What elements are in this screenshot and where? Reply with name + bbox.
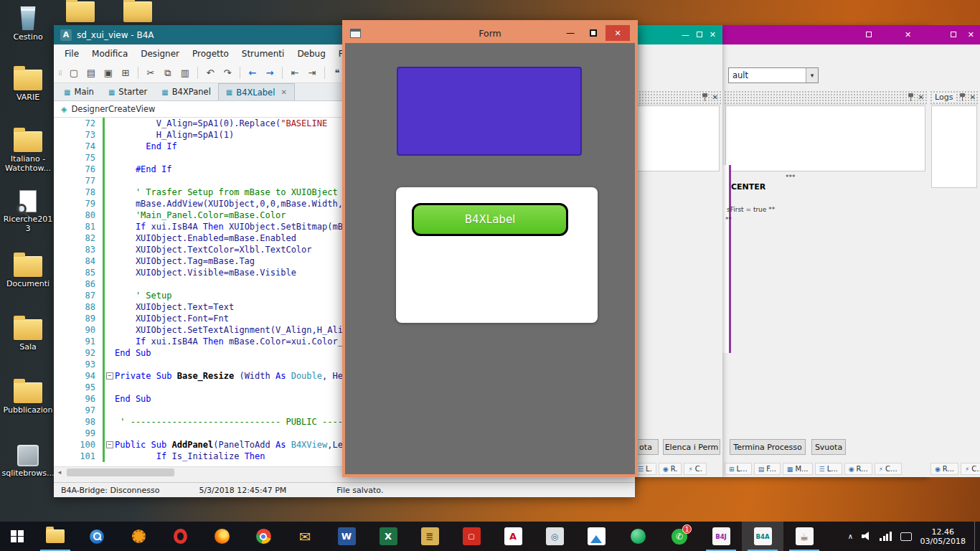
copy-icon[interactable]: ⧉	[160, 67, 176, 79]
maximize-button[interactable]	[583, 25, 604, 41]
tab-b4xpanel[interactable]: ▦B4XPanel	[154, 83, 218, 100]
magenta-titlebar[interactable]: ✕	[722, 25, 928, 44]
dock-tab[interactable]: ◉R...	[844, 463, 872, 475]
default-combobox[interactable]: ault ▾	[728, 67, 819, 83]
dropdown-arrow-icon[interactable]: ▾	[806, 68, 818, 83]
open-icon[interactable]: ▤	[83, 67, 99, 78]
firefox-browser[interactable]	[201, 522, 242, 551]
desktop-icon-pubblicazioni[interactable]: Pubblicazion	[1, 377, 55, 415]
teal-window[interactable]: — ✕ ✕ otaElenca i Perm ☰L.◉R.⚡C.	[631, 25, 722, 477]
keyboard-tray-icon[interactable]	[900, 532, 912, 541]
desktop-icon-documenti[interactable]: Documenti	[1, 251, 55, 288]
close-panel-icon[interactable]: ✕	[712, 93, 718, 101]
dock-tab[interactable]: ▦M...	[783, 463, 813, 475]
chrome-browser[interactable]	[242, 522, 284, 551]
clock[interactable]: 12.46 03/05/2018	[920, 527, 966, 546]
desktop-icon-cestino[interactable]: Cestino	[1, 4, 55, 42]
save-icon[interactable]: ▣	[100, 67, 116, 78]
forward-icon[interactable]: →	[262, 67, 278, 78]
save-all-icon[interactable]: ⊞	[118, 67, 133, 78]
logs-panel-header[interactable]: Logs ✕	[930, 90, 979, 105]
magenta-button-2[interactable]: Svuota	[811, 439, 846, 455]
dock-tab[interactable]: ⊞L...	[725, 463, 752, 475]
form-titlebar[interactable]: Form — ✕	[345, 23, 635, 43]
whatsapp[interactable]: ✆1	[659, 522, 700, 551]
logs-titlebar[interactable]: ✕	[928, 25, 980, 44]
volume-icon[interactable]	[862, 532, 871, 541]
close-button[interactable]: ✕	[606, 25, 630, 41]
paste-icon[interactable]: ▥	[177, 67, 193, 78]
start-button[interactable]	[0, 522, 34, 551]
purple-panel[interactable]	[397, 67, 582, 156]
scroll-left-icon[interactable]: ◂	[54, 467, 65, 478]
undo-icon[interactable]: ↶	[202, 67, 218, 78]
acrobat-reader[interactable]: A	[492, 522, 534, 551]
red-app[interactable]: ▢	[451, 522, 492, 551]
logs-window[interactable]: ✕ Logs ✕ ◉R...⚡C...	[928, 25, 980, 477]
menu-modifica[interactable]: Modifica	[85, 46, 134, 62]
desktop-folder-1[interactable]	[66, 1, 95, 22]
close-icon[interactable]: ✕	[968, 31, 974, 39]
fold-toggle-icon[interactable]: −	[106, 372, 113, 380]
b4xlabel-button[interactable]: B4XLabel	[412, 203, 568, 236]
form-window[interactable]: Form — ✕ B4XLabel	[342, 20, 638, 477]
search-app[interactable]	[76, 522, 118, 551]
cut-icon[interactable]: ✂	[143, 67, 159, 78]
opera-browser[interactable]	[159, 522, 201, 551]
outdent-icon[interactable]: ⇤	[287, 67, 303, 78]
network-icon[interactable]	[880, 532, 892, 541]
dock-tab[interactable]: ◉R.	[659, 463, 682, 475]
back-icon[interactable]: ←	[245, 67, 260, 78]
tab-starter[interactable]: ▦Starter	[101, 83, 154, 100]
desktop-icon-ricerche2013[interactable]: Ricerche2013	[1, 187, 55, 233]
dock-tab[interactable]: ☰L...	[815, 463, 842, 475]
maximize-icon[interactable]	[951, 31, 956, 39]
java-app[interactable]: ☕	[783, 522, 825, 551]
gray-app[interactable]: ◎	[534, 522, 575, 551]
minimize-icon[interactable]: —	[682, 31, 689, 39]
dock-panel-header[interactable]: ✕	[633, 90, 721, 105]
pin-icon[interactable]	[702, 93, 708, 102]
close-icon[interactable]: ✕	[710, 31, 716, 39]
menu-debug[interactable]: Debug	[291, 46, 331, 62]
close-tab-icon[interactable]: ✕	[281, 88, 286, 96]
close-icon[interactable]: ✕	[905, 31, 911, 39]
redo-icon[interactable]: ↷	[220, 67, 235, 78]
tab-b4xlabel[interactable]: ▦B4XLabel✕	[218, 83, 295, 100]
desktop-icon-varie[interactable]: VARIE	[1, 65, 55, 102]
image-app[interactable]	[575, 522, 617, 551]
mail-app[interactable]: ✉	[284, 522, 326, 551]
new-icon[interactable]: ▢	[66, 67, 82, 78]
dock-tab[interactable]: ▤F...	[754, 463, 781, 475]
b4a-ide[interactable]: B4A	[742, 522, 783, 551]
menu-file[interactable]: File	[58, 46, 85, 62]
scrollbar-thumb[interactable]	[67, 468, 174, 476]
close-panel-icon[interactable]: ✕	[970, 93, 976, 101]
dock-tab[interactable]: ⚡C.	[684, 463, 707, 475]
dock-tab[interactable]: ◉R...	[930, 463, 958, 475]
menu-designer[interactable]: Designer	[134, 46, 186, 62]
menu-progetto[interactable]: Progetto	[186, 46, 235, 62]
word[interactable]: W	[326, 522, 367, 551]
tab-main[interactable]: ▦Main	[57, 83, 101, 100]
desktop-icon-sqlitebrowser[interactable]: sqlitebrows...	[1, 441, 55, 478]
desktop-icon-sala[interactable]: Sala	[1, 314, 55, 352]
settings-app[interactable]	[118, 522, 159, 551]
dock-tab[interactable]: ⚡C...	[875, 463, 902, 475]
minimize-button[interactable]: —	[560, 25, 581, 41]
pin-icon[interactable]	[908, 93, 914, 102]
show-desktop-button[interactable]	[974, 522, 978, 551]
desktop-folder-2[interactable]	[123, 1, 152, 22]
tray-expand-icon[interactable]: ∧	[848, 532, 853, 540]
green-app[interactable]	[617, 522, 659, 551]
fold-toggle-icon[interactable]: −	[106, 441, 113, 448]
menu-strumenti[interactable]: Strumenti	[235, 46, 291, 62]
magenta-button-1[interactable]: Termina Processo	[730, 439, 806, 455]
indent-icon[interactable]: ⇥	[304, 67, 320, 78]
maximize-icon[interactable]	[866, 31, 872, 39]
white-panel[interactable]: B4XLabel	[396, 187, 598, 323]
dock-tab[interactable]: ⚡C...	[961, 463, 980, 475]
excel[interactable]: X	[367, 522, 409, 551]
magenta-window[interactable]: ✕ ault ▾ ✕ ***CENTERsFirst = true **** T…	[722, 25, 928, 477]
dock-panel-header[interactable]: ✕	[724, 90, 927, 105]
